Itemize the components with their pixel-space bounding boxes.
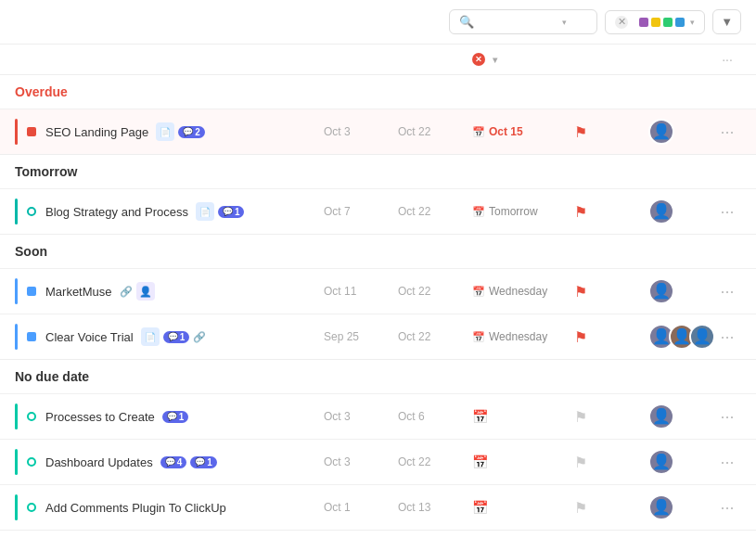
assignee-avatars: 👤 [648,494,713,520]
badge-icon: 💬1 [163,331,190,343]
priority-flag-icon: ⚑ [574,329,587,345]
task-accent [15,404,18,429]
more-cols-icon: ··· [722,52,733,67]
search-input[interactable] [480,16,554,29]
task-updated: Oct 6 [398,410,472,423]
task-updated: Oct 22 [398,205,472,218]
task-duedate: 📅 Wednesday [472,285,574,298]
color-dot-green [663,18,673,27]
task-icons: 💬4💬1 [160,456,217,468]
task-accent [15,449,18,475]
task-assignee: 👤 [648,449,713,475]
task-row[interactable]: Add Comments Plugin To ClickUpOct 1Oct 1… [0,484,756,530]
task-assignee: 👤 [648,278,713,304]
calendar-icon: 📅 [472,455,488,469]
badge-icon: 💬4 [160,456,187,468]
task-more-button[interactable]: ··· [713,121,741,144]
task-icons: 🔗👤 [120,282,155,301]
task-more-button[interactable]: ··· [713,451,741,474]
priority-flag-icon: ⚑ [574,455,587,470]
task-name: Blog Strategy and Process [45,205,188,219]
task-priority: ⚑ [574,283,648,301]
avatar-icon: 👤 [693,329,711,344]
link-icon: 🔗 [120,286,133,298]
search-box[interactable]: 🔍 ▾ [449,9,597,34]
task-row[interactable]: MarketMuse🔗👤Oct 11Oct 22📅 Wednesday⚑👤··· [0,268,756,314]
task-name-cell: Processes to Create💬1 [45,410,324,424]
status-close-icon[interactable]: ✕ [615,16,628,29]
task-row[interactable]: Processes to Create💬1Oct 3Oct 6📅⚑👤··· [0,393,756,439]
task-checkbox[interactable] [27,207,36,216]
task-icons: 📄💬1 [196,202,245,221]
top-bar: 🔍 ▾ ✕ ▾ ▼ [0,0,756,45]
task-created: Oct 1 [324,501,398,514]
task-more-button[interactable]: ··· [713,280,741,303]
priority-flag-icon: ⚑ [574,409,587,425]
section-overdue: OverdueSEO Landing Page📄💬2Oct 3Oct 22📅 O… [0,75,756,155]
task-more-button[interactable]: ··· [713,405,741,429]
search-icon: 🔍 [459,15,474,29]
task-duedate: 📅 [472,500,574,515]
section-soon: SoonMarketMuse🔗👤Oct 11Oct 22📅 Wednesday⚑… [0,235,756,360]
doc-icon: 📄 [141,327,160,346]
task-more-button[interactable]: ··· [713,200,741,224]
status-filter[interactable]: ✕ ▾ [605,10,705,34]
task-checkbox[interactable] [27,287,36,296]
section-tomorrow: TomorrowBlog Strategy and Process📄💬1Oct … [0,155,756,235]
color-dot-yellow [651,18,660,27]
task-updated: Oct 22 [398,330,472,343]
tasks-dropdown[interactable]: ▾ [559,18,567,27]
avatar-icon: 👤 [652,204,671,219]
duedate-remove-icon[interactable]: ✕ [472,53,485,66]
link-icon: 🔗 [193,331,206,343]
priority-flag-icon: ⚑ [574,500,587,516]
task-created: Sep 25 [324,330,398,343]
color-dots [639,18,685,27]
task-icons: 📄💬1🔗 [141,327,207,346]
avatar: 👤 [648,494,674,520]
duedate-sort-icon: ▾ [493,55,498,65]
task-accent [15,324,18,350]
task-checkbox[interactable] [27,127,36,136]
color-dot-blue [675,18,685,27]
task-priority: ⚑ [574,123,648,141]
task-more-button[interactable]: ··· [713,496,741,519]
task-row[interactable]: Dashboard Updates💬4💬1Oct 3Oct 22📅⚑👤··· [0,439,756,484]
task-row[interactable]: Clear Voice Trial📄💬1🔗Sep 25Oct 22📅 Wedne… [0,314,756,359]
task-checkbox[interactable] [27,332,36,341]
section-header-overdue: Overdue [0,75,756,109]
task-name-cell: Blog Strategy and Process📄💬1 [45,202,324,221]
badge-icon: 💬1 [190,456,217,468]
task-accent [15,494,18,520]
task-name-cell: Dashboard Updates💬4💬1 [45,455,324,469]
filter-button[interactable]: ▼ [712,9,741,34]
task-created: Oct 3 [324,125,398,138]
task-row[interactable]: Blog Strategy and Process📄💬1Oct 7Oct 22📅… [0,188,756,234]
assignee-avatars: 👤👤👤 [648,324,713,350]
task-checkbox[interactable] [27,457,36,467]
col-header-more[interactable]: ··· [713,52,741,67]
col-header-duedate[interactable]: ✕ ▾ [472,53,574,66]
task-accent [15,278,18,304]
status-filter-chevron-icon: ▾ [690,18,695,27]
task-assignee: 👤 [648,494,713,520]
task-checkbox[interactable] [27,503,36,512]
task-priority: ⚑ [574,203,648,221]
avatar: 👤 [648,119,674,145]
avatar-icon: 👤 [652,500,671,515]
task-row[interactable]: SEO Landing Page📄💬2Oct 3Oct 22📅 Oct 15⚑👤… [0,109,756,154]
tasks-chevron-icon: ▾ [562,18,567,27]
avatar-icon: 👤 [652,124,671,139]
section-header-soon: Soon [0,235,756,268]
task-accent [15,199,18,224]
assignee-avatars: 👤 [648,404,713,429]
task-checkbox[interactable] [27,412,36,421]
task-name-cell: MarketMuse🔗👤 [45,282,324,301]
avatar-icon: 👤 [652,329,671,344]
badge-icon: 💬1 [218,206,245,218]
priority-flag-icon: ⚑ [574,124,587,140]
assignee-avatars: 👤 [648,119,713,145]
task-duedate: 📅 Oct 15 [472,125,574,138]
task-more-button[interactable]: ··· [713,326,741,349]
badge-icon: 💬1 [162,411,189,423]
